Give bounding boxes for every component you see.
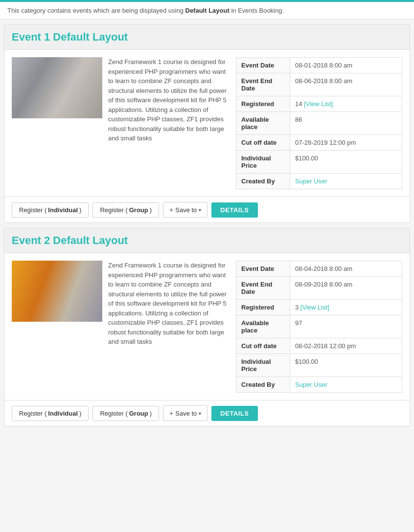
register-group-button-1[interactable]: Register (Group)	[92, 202, 159, 218]
value-available-1: 86	[290, 112, 402, 135]
table-row: Available place 97	[236, 315, 402, 338]
label-available-2: Available place	[236, 315, 290, 338]
save-to-button-1[interactable]: + Save to ▾	[163, 202, 207, 218]
event-left-1: Zend Framework 1 course is designed for …	[12, 57, 229, 189]
value-registered-2: 3 [View List]	[290, 300, 402, 315]
value-event-date-1: 08-01-2018 8:00 am	[290, 58, 402, 73]
table-row: Individual Price $100.00	[236, 354, 402, 377]
save-to-button-2[interactable]: + Save to ▾	[163, 405, 207, 421]
individual-bold-1: Individual	[48, 206, 78, 214]
table-row: Individual Price $100.00	[236, 151, 402, 174]
label-event-end-date-2: Event End Date	[236, 277, 290, 300]
value-cutoff-1: 07-28-2019 12:00 pm	[290, 135, 402, 151]
plus-icon-2: +	[169, 409, 173, 417]
value-price-1: $100.00	[290, 151, 402, 174]
group-bold-1: Group	[129, 206, 148, 214]
info-text-prefix: This category contains events which are …	[7, 7, 185, 14]
label-created-by-1: Created By	[236, 174, 290, 189]
label-cutoff-2: Cut off date	[236, 338, 290, 354]
details-table-1: Event Date 08-01-2018 8:00 am Event End …	[236, 57, 402, 189]
view-list-link-1[interactable]: [View List]	[304, 100, 333, 108]
save-to-label-2: Save to	[175, 410, 197, 417]
chevron-down-icon-2: ▾	[199, 411, 201, 416]
chevron-down-icon-1: ▾	[199, 207, 201, 213]
event-card-2: Event 2 Default Layout Zend Framework 1 …	[4, 228, 410, 426]
view-list-link-2[interactable]: [View List]	[300, 304, 329, 311]
details-table-2: Event Date 08-04-2018 8:00 am Event End …	[236, 261, 402, 393]
table-row: Event Date 08-01-2018 8:00 am	[236, 58, 402, 73]
event-title-1: Event 1 Default Layout	[4, 25, 410, 50]
event-left-2: Zend Framework 1 course is designed for …	[12, 261, 229, 393]
register-individual-button-2[interactable]: Register (Individual)	[12, 406, 89, 421]
value-event-end-date-2: 08-09-2018 8:00 am	[290, 277, 402, 300]
value-available-2: 97	[290, 315, 402, 338]
details-button-2[interactable]: DETAILS	[211, 406, 257, 421]
table-row: Registered 14 [View List]	[236, 96, 402, 112]
table-row: Event End Date 08-09-2018 8:00 am	[236, 277, 402, 300]
label-registered-2: Registered	[236, 300, 290, 315]
table-row: Available place 86	[236, 112, 402, 135]
event-right-2: Event Date 08-04-2018 8:00 am Event End …	[236, 261, 402, 393]
event-card-1: Event 1 Default Layout Zend Framework 1 …	[4, 24, 410, 223]
individual-bold-2: Individual	[48, 410, 78, 417]
plus-icon-1: +	[169, 206, 173, 214]
value-registered-1: 14 [View List]	[290, 96, 402, 112]
value-price-2: $100.00	[290, 354, 402, 377]
value-created-by-1: Super User	[290, 174, 402, 189]
value-created-by-2: Super User	[290, 377, 402, 393]
table-row: Created By Super User	[236, 377, 402, 393]
save-to-label-1: Save to	[175, 206, 197, 214]
event-description-2: Zend Framework 1 course is designed for …	[108, 261, 229, 347]
register-individual-button-1[interactable]: Register (Individual)	[12, 202, 89, 218]
register-group-button-2[interactable]: Register (Group)	[92, 406, 159, 421]
event-title-2: Event 2 Default Layout	[4, 228, 410, 253]
table-row: Created By Super User	[236, 174, 402, 189]
label-event-date-2: Event Date	[236, 261, 290, 277]
label-event-end-date-1: Event End Date	[236, 73, 290, 96]
event-image-2	[12, 261, 102, 322]
info-text-suffix: in Events Booking.	[230, 7, 284, 14]
table-row: Registered 3 [View List]	[236, 300, 402, 315]
details-button-1[interactable]: DETAILS	[211, 202, 257, 218]
event-body-2: Zend Framework 1 course is designed for …	[4, 253, 410, 400]
label-price-1: Individual Price	[236, 151, 290, 174]
label-event-date-1: Event Date	[236, 58, 290, 73]
event-body-1: Zend Framework 1 course is designed for …	[4, 50, 410, 197]
event-image-1	[12, 57, 102, 118]
group-bold-2: Group	[129, 410, 148, 417]
table-row: Event Date 08-04-2018 8:00 am	[236, 261, 402, 277]
label-registered-1: Registered	[236, 96, 290, 112]
event-right-1: Event Date 08-01-2018 8:00 am Event End …	[236, 57, 402, 189]
label-cutoff-1: Cut off date	[236, 135, 290, 151]
info-bold-text: Default Layout	[185, 7, 230, 14]
event-footer-1: Register (Individual) Register (Group) +…	[4, 197, 410, 222]
table-row: Cut off date 08-02-2018 12:00 pm	[236, 338, 402, 354]
value-event-end-date-1: 08-06-2018 8:00 am	[290, 73, 402, 96]
value-event-date-2: 08-04-2018 8:00 am	[290, 261, 402, 277]
table-row: Cut off date 07-28-2019 12:00 pm	[236, 135, 402, 151]
table-row: Event End Date 08-06-2018 8:00 am	[236, 73, 402, 96]
info-bar: This category contains events which are …	[0, 2, 414, 20]
event-footer-2: Register (Individual) Register (Group) +…	[4, 400, 410, 426]
label-created-by-2: Created By	[236, 377, 290, 393]
label-available-1: Available place	[236, 112, 290, 135]
event-description-1: Zend Framework 1 course is designed for …	[108, 57, 229, 143]
label-price-2: Individual Price	[236, 354, 290, 377]
value-cutoff-2: 08-02-2018 12:00 pm	[290, 338, 402, 354]
created-by-link-2[interactable]: Super User	[295, 381, 327, 388]
created-by-link-1[interactable]: Super User	[295, 177, 327, 185]
